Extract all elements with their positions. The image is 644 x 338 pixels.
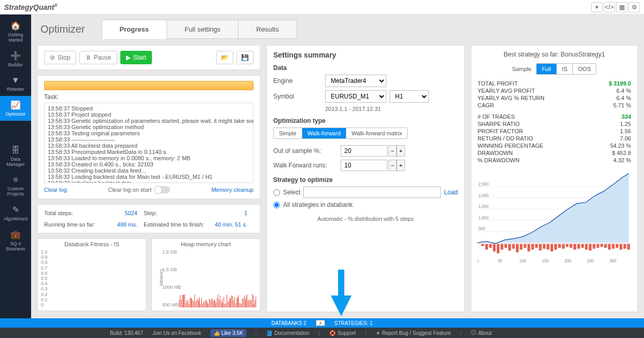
sidebar-item-getting-started[interactable]: 🏠Getting started — [0, 17, 31, 47]
log-panel[interactable]: 13:58:37 Stopped13:58:37 Project stopped… — [44, 103, 254, 183]
sample-oos[interactable]: OOS — [573, 64, 596, 74]
strategy-select-radio[interactable] — [273, 189, 280, 196]
databank-fitness-chart: Databank Fitness - IS 1.00.90.80.70.60.5… — [37, 238, 146, 311]
strategy-section-label: Strategy to optimize — [273, 176, 458, 184]
svg-text:150: 150 — [542, 258, 549, 263]
sidebar-item-optimizer[interactable]: 📈Optimizer — [0, 96, 31, 121]
auto-dist-label: Automatic - % distribution with 5 steps — [273, 216, 458, 222]
svg-rect-21 — [531, 244, 534, 250]
svg-rect-28 — [558, 244, 561, 248]
oos-label: Out of sample %: — [273, 147, 341, 154]
start-button[interactable]: ▶Start — [120, 51, 152, 64]
svg-rect-38 — [596, 244, 599, 248]
total-steps-value: 5024 — [113, 210, 144, 216]
documentation-link[interactable]: 📘Documentation — [266, 330, 309, 336]
tab-full-settings[interactable]: Full settings — [166, 20, 239, 39]
svg-text:2,000: 2,000 — [479, 192, 489, 198]
bug-report-icon: ✶ — [376, 330, 380, 336]
plus-icon: ➕ — [10, 51, 21, 61]
svg-rect-44 — [620, 244, 622, 250]
svg-rect-20 — [527, 244, 530, 251]
eta-label: Estimated time to finish: — [144, 221, 212, 228]
bug-icon[interactable]: ✶ — [591, 2, 603, 12]
support-link[interactable]: 🛟Support — [329, 330, 356, 336]
svg-rect-46 — [627, 244, 630, 250]
strategy-all-radio[interactable] — [273, 202, 280, 208]
svg-rect-24 — [543, 244, 545, 249]
svg-text:1,000: 1,000 — [479, 215, 489, 220]
facebook-link[interactable]: Join Us on Facebook — [152, 330, 201, 336]
svg-rect-26 — [551, 244, 553, 251]
svg-rect-27 — [554, 244, 557, 250]
home-icon: 🏠 — [10, 21, 21, 31]
sidebar-item-custom-projects[interactable]: ≡Custom Projects — [0, 171, 31, 201]
load-link[interactable]: Load — [444, 189, 458, 196]
gear-icon[interactable]: ⚙ — [628, 2, 640, 12]
symbol-select[interactable]: EURUSD_M1 — [325, 90, 386, 103]
save-button[interactable]: 💾 — [236, 51, 254, 64]
svg-text:300: 300 — [610, 258, 617, 263]
tab-progress[interactable]: Progress — [102, 20, 167, 39]
svg-rect-34 — [581, 244, 584, 248]
svg-rect-16 — [512, 244, 515, 249]
opt-wfmatrix[interactable]: Walk-forward matrix — [346, 128, 407, 138]
wf-inc[interactable]: + — [397, 160, 405, 171]
best-strategy-title: Best strategy so far: BonusStrategy1 — [478, 51, 631, 58]
strategy-all-label: All strategies in databank — [283, 201, 353, 208]
doc-icon: 📘 — [266, 330, 272, 336]
svg-text:2,500: 2,500 — [479, 181, 489, 187]
progress-bar — [44, 81, 254, 90]
engine-select[interactable]: MetaTrader4 — [325, 75, 386, 87]
svg-text:100: 100 — [520, 258, 526, 263]
clear-on-start-toggle[interactable] — [155, 186, 170, 193]
stop-button[interactable]: ⊘Stop — [44, 51, 76, 64]
memory-cleanup-link[interactable]: Memory cleanup — [212, 187, 254, 193]
report-bug-link[interactable]: ✶Report Bug / Suggest Feature — [376, 330, 451, 336]
svg-rect-29 — [562, 244, 565, 249]
svg-text:50: 50 — [498, 258, 502, 263]
timeframe-select[interactable]: H1 — [389, 90, 429, 103]
code-icon[interactable]: </> — [604, 2, 615, 12]
svg-rect-10 — [489, 244, 492, 248]
wf-input[interactable] — [341, 160, 387, 171]
sidebar-item-algowizard[interactable]: ✎AlgoWizard — [0, 201, 31, 226]
sidebar-item-data-manager[interactable]: 🗄Data Manager — [0, 142, 31, 171]
stack-icon: ≡ — [13, 175, 18, 185]
svg-rect-42 — [612, 244, 614, 249]
svg-rect-17 — [516, 244, 519, 252]
about-link[interactable]: ⓘAbout — [471, 329, 492, 336]
strategy-path-input[interactable] — [303, 187, 441, 198]
opt-walkforward[interactable]: Walk-forward — [302, 128, 346, 138]
oos-dec[interactable]: − — [388, 145, 397, 157]
oos-inc[interactable]: + — [397, 145, 405, 157]
sidebar-item-sq4business[interactable]: 💼SQ 4 Business — [0, 226, 31, 256]
svg-text:500: 500 — [479, 226, 485, 232]
running-time-label: Running time so far: — [44, 221, 113, 228]
databank-bar[interactable]: DATABANKS 2 ∧ STRATEGIES: 1 — [0, 318, 644, 328]
wf-dec[interactable]: − — [388, 160, 397, 171]
strategy-select-label: Select — [283, 189, 300, 196]
chevron-up-icon[interactable]: ∧ — [316, 320, 325, 326]
sample-full[interactable]: Full — [537, 64, 557, 74]
svg-rect-41 — [608, 244, 611, 250]
sidebar-item-builder[interactable]: ➕Builder — [0, 47, 31, 72]
svg-rect-8 — [481, 244, 484, 246]
sample-is[interactable]: IS — [557, 64, 573, 74]
step-value: 1 — [212, 210, 254, 216]
running-time-value: 488 ms. — [113, 221, 144, 228]
like-button[interactable]: 👍 Like 3.5K — [211, 329, 246, 337]
clear-log-link[interactable]: Clear log — [44, 187, 67, 193]
svg-text:200: 200 — [565, 258, 571, 263]
tab-results[interactable]: Results — [238, 20, 297, 39]
open-button[interactable]: 📂 — [216, 51, 233, 64]
save-icon: 💾 — [241, 54, 249, 61]
pause-button[interactable]: ⏸Pause — [79, 51, 117, 64]
opt-simple[interactable]: Simple — [274, 128, 302, 138]
support-icon: 🛟 — [329, 330, 335, 336]
pause-icon: ⏸ — [85, 54, 91, 61]
sidebar-item-retester[interactable]: ▼Retester — [0, 72, 31, 96]
svg-rect-19 — [524, 244, 526, 248]
task-label: Task: — [44, 93, 254, 101]
oos-input[interactable] — [341, 145, 387, 157]
grid-icon[interactable]: ▦ — [616, 2, 627, 12]
